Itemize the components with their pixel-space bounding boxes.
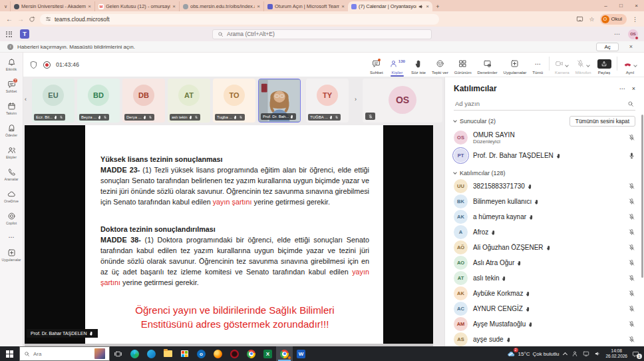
taskbar-app-outlook[interactable]: o — [193, 346, 210, 361]
view-button[interactable]: Görünüm — [451, 59, 474, 75]
address-bar[interactable]: teams.cloud.microsoft — [40, 14, 439, 25]
participant-search-input[interactable] — [455, 100, 625, 107]
search-highlight-thumbnail[interactable] — [94, 348, 105, 359]
strip-scroll-right-icon[interactable]: › — [355, 96, 357, 103]
panel-close-icon[interactable]: × — [632, 85, 635, 92]
taskbar-app-excel[interactable]: X — [259, 346, 276, 361]
mic-off-icon[interactable] — [628, 336, 635, 343]
sidebar-item-more[interactable]: ⋯ — [0, 234, 23, 248]
tab-audio-icon[interactable] — [418, 4, 424, 9]
mic-off-icon[interactable] — [628, 259, 635, 266]
taskbar-app-explorer[interactable] — [160, 346, 176, 361]
taskbar-app-chrome[interactable] — [243, 346, 259, 361]
mic-off-icon[interactable] — [628, 320, 635, 328]
mic-off-icon[interactable] — [628, 198, 635, 205]
taskbar-app-opera[interactable] — [226, 346, 243, 361]
sidebar-item-chat[interactable]: 7 Sohbet — [0, 80, 23, 102]
participant-row[interactable]: AO Aslı Atra Oğur — [445, 255, 644, 270]
taskbar-app-word[interactable]: W — [293, 346, 309, 361]
participant-row[interactable]: AÖ Ali Oğuzhan ÖZŞENER — [445, 240, 644, 255]
self-video-tile[interactable]: OS — [363, 79, 442, 123]
participant-row[interactable]: AM Ayşe Mustafaoğlu — [445, 316, 644, 332]
taskbar-clock[interactable]: 14:08 26.02.2026 — [605, 348, 627, 360]
dismiss-banner-icon[interactable]: × — [629, 43, 633, 50]
mic-off-icon[interactable] — [628, 134, 635, 141]
site-settings-icon[interactable] — [45, 16, 51, 22]
close-tab-icon[interactable]: × — [341, 3, 345, 9]
participant-row[interactable]: AK a hümeyra kaynar — [445, 209, 644, 224]
sidebar-item-calendar[interactable]: Takvim — [0, 102, 23, 124]
cast-icon[interactable] — [576, 15, 583, 23]
sidebar-item-apps[interactable]: Uygulamalar — [0, 248, 23, 270]
mic-off-icon[interactable] — [628, 228, 635, 236]
shared-screen[interactable]: Yüksek lisans tezinin sonuçlanması MADDE… — [25, 125, 433, 344]
active-speaker-video-tile[interactable]: Prof. Dr. Bah... — [258, 79, 301, 123]
participant-row[interactable]: AC AYNUR CENGİZ — [445, 301, 644, 316]
share-button[interactable]: Paylaş — [594, 59, 614, 75]
more-button[interactable]: ⋯ Tümü — [530, 59, 546, 75]
minimize-button[interactable]: – — [598, 0, 613, 11]
mic-off-icon[interactable] — [628, 244, 635, 251]
mic-off-icon[interactable] — [628, 274, 635, 282]
taskbar-app-store[interactable] — [176, 346, 193, 361]
tray-expand-icon[interactable] — [563, 352, 567, 357]
participant-tile[interactable]: AT aslı tekin — [168, 79, 210, 123]
strip-scroll-left-icon[interactable]: ‹ — [25, 96, 27, 103]
participant-row[interactable]: OS OMUR SAYIN Düzenleyici — [445, 129, 644, 147]
sidebar-item-assignments[interactable]: Ödevler — [0, 124, 23, 146]
close-tab-icon[interactable]: × — [88, 3, 91, 9]
tray-display-icon[interactable] — [583, 350, 589, 357]
tab-calendar-active[interactable]: (7) Calendar | Oryantasyon × — [348, 1, 432, 11]
close-window-button[interactable]: × — [629, 0, 644, 11]
task-view-button[interactable] — [110, 346, 126, 361]
sidebar-item-onedrive[interactable]: OneDrive — [0, 190, 23, 212]
teams-search-input[interactable] — [227, 31, 426, 37]
participant-row[interactable]: BK Bilinmeyen kullanıcı — [445, 194, 644, 209]
sidebar-item-calls[interactable]: Aramalar — [0, 168, 23, 190]
teams-search[interactable] — [212, 29, 432, 39]
participant-tile[interactable]: DB Derya ... — [122, 79, 165, 123]
controls-button[interactable]: Denetimler — [474, 59, 500, 75]
mute-all-button[interactable]: Tümünün sesini kapat — [569, 116, 635, 127]
chat-button[interactable]: Sohbet — [367, 59, 387, 75]
participant-row[interactable]: AT aslı tekin — [445, 270, 644, 286]
participant-row[interactable]: A Afroz — [445, 224, 644, 240]
participant-tile[interactable]: TO Tugba ... — [213, 79, 255, 123]
weather-widget[interactable]: 2 15°C Çok bulutlu — [507, 350, 560, 358]
browser-menu-icon[interactable]: ⋮ — [632, 16, 638, 23]
refresh-icon[interactable] — [29, 16, 35, 23]
browser-profile-button[interactable]: O Okul — [600, 14, 627, 25]
forward-icon[interactable]: → — [17, 15, 24, 23]
mic-off-icon[interactable] — [628, 290, 635, 297]
mic-button[interactable]: Mikrofon — [572, 59, 594, 75]
new-tab-button[interactable]: + — [432, 3, 443, 11]
people-button[interactable]: 130 Kişiler — [386, 59, 408, 75]
participant-search[interactable] — [454, 97, 635, 111]
taskbar-app-chrome-active[interactable] — [276, 346, 293, 361]
panel-scrollbar[interactable] — [641, 115, 643, 278]
tab-gmail[interactable]: M Gelen Kutusu (12) - omursayin × — [94, 1, 179, 11]
waffle-menu-icon[interactable] — [6, 31, 12, 37]
participant-row[interactable]: AK Aybüke Korkmaz — [445, 286, 644, 301]
participant-row[interactable]: UU 38215883371730 — [445, 179, 644, 194]
tray-person-icon[interactable] — [571, 350, 578, 357]
taskbar-app-widgets[interactable] — [126, 346, 143, 361]
participant-row[interactable]: AS ayşe sude — [445, 332, 644, 346]
action-center-button[interactable]: 1 — [632, 350, 639, 358]
taskbar-app-firefox[interactable] — [210, 346, 226, 361]
leave-button[interactable]: Ayrıl — [620, 59, 640, 75]
mic-on-icon[interactable] — [628, 152, 635, 159]
participant-tile[interactable]: EU Ecz. Bil... — [32, 79, 75, 123]
mic-off-icon[interactable] — [628, 182, 635, 190]
close-tab-icon[interactable]: × — [172, 3, 176, 9]
maximize-button[interactable]: □ — [613, 0, 629, 11]
sidebar-item-teams[interactable]: Ekipler — [0, 146, 23, 168]
tab-search-icon[interactable]: ∨ — [1, 1, 10, 11]
chevron-down-icon[interactable] — [586, 63, 590, 67]
tray-volume-icon[interactable] — [594, 350, 601, 357]
mic-off-icon[interactable] — [628, 305, 635, 312]
raise-hand-button[interactable]: Söz iste — [408, 59, 429, 75]
teams-profile-avatar[interactable]: OS — [628, 29, 638, 39]
back-icon[interactable]: ← — [6, 15, 13, 23]
camera-button[interactable]: Kamera — [552, 59, 573, 75]
